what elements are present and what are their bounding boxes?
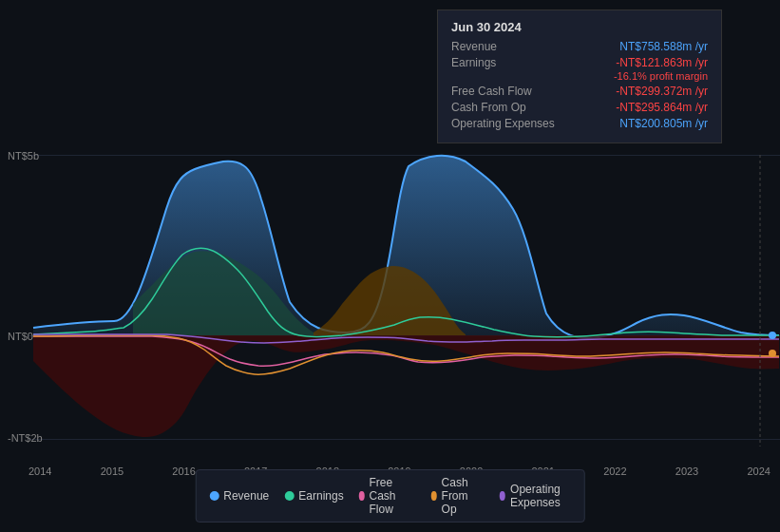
legend-dot-opex [500, 491, 505, 501]
legend-label-revenue: Revenue [223, 489, 269, 503]
tooltip-box: Jun 30 2024 Revenue NT$758.588m /yr Earn… [437, 10, 722, 143]
tooltip-date: Jun 30 2024 [451, 20, 708, 34]
x-label-2022: 2022 [603, 466, 626, 477]
legend-item-cashfromop[interactable]: Cash From Op [431, 476, 485, 516]
tooltip-row-cashfromop: Cash From Op -NT$295.864m /yr [451, 101, 708, 114]
legend-item-revenue[interactable]: Revenue [209, 489, 269, 503]
legend: Revenue Earnings Free Cash Flow Cash Fro… [195, 469, 585, 522]
legend-item-opex[interactable]: Operating Expenses [500, 483, 571, 509]
x-label-2014: 2014 [29, 466, 51, 477]
legend-label-opex: Operating Expenses [510, 483, 571, 509]
y-label-5b: NT$5b [8, 150, 39, 162]
tooltip-value-earnings: -NT$121.863m /yr [616, 56, 708, 69]
legend-dot-fcf [359, 491, 365, 501]
x-label-2023: 2023 [675, 466, 698, 477]
tooltip-label-fcf: Free Cash Flow [451, 85, 556, 98]
edge-dot-cashfromop [769, 350, 776, 357]
legend-item-earnings[interactable]: Earnings [284, 489, 343, 503]
x-label-2016: 2016 [172, 466, 195, 477]
tooltip-row-opex: Operating Expenses NT$200.805m /yr [451, 117, 708, 130]
tooltip-label-cashfromop: Cash From Op [451, 101, 556, 114]
legend-dot-cashfromop [431, 491, 437, 501]
y-label-2b: -NT$2b [8, 432, 43, 444]
legend-dot-revenue [209, 491, 219, 501]
x-label-2024: 2024 [747, 466, 770, 477]
tooltip-value-fcf: -NT$299.372m /yr [616, 85, 708, 98]
tooltip-row-revenue: Revenue NT$758.588m /yr [451, 40, 708, 53]
tooltip-label-opex: Operating Expenses [451, 117, 556, 130]
chart-container: NT$5b NT$0 -NT$2b 2014 2015 2016 2017 20… [0, 0, 780, 532]
tooltip-value-cashfromop: -NT$295.864m /yr [616, 101, 708, 114]
legend-label-cashfromop: Cash From Op [442, 476, 485, 516]
tooltip-label-revenue: Revenue [451, 40, 556, 53]
y-label-0: NT$0 [8, 331, 33, 342]
legend-label-fcf: Free Cash Flow [369, 476, 415, 516]
legend-item-fcf[interactable]: Free Cash Flow [359, 476, 416, 516]
tooltip-value-revenue: NT$758.588m /yr [619, 40, 708, 53]
tooltip-value-opex: NT$200.805m /yr [619, 117, 708, 130]
x-label-2015: 2015 [101, 466, 124, 477]
tooltip-row-earnings: Earnings -NT$121.863m /yr [451, 56, 708, 69]
tooltip-profit-margin: -16.1% profit margin [451, 70, 708, 82]
legend-dot-earnings [284, 491, 294, 501]
tooltip-row-fcf: Free Cash Flow -NT$299.372m /yr [451, 85, 708, 98]
tooltip-label-earnings: Earnings [451, 56, 556, 69]
edge-dot-revenue [769, 332, 776, 339]
legend-label-earnings: Earnings [298, 489, 343, 503]
